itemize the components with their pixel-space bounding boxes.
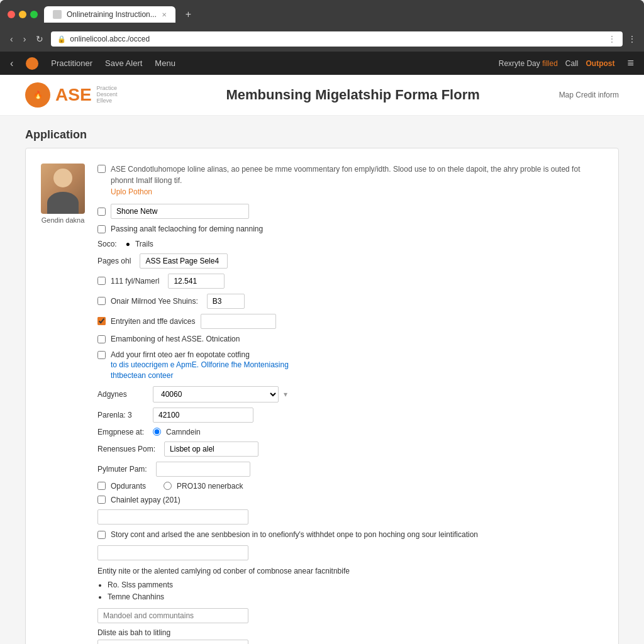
avatar-label: Gendin dakna	[42, 216, 85, 224]
new-tab-button[interactable]: +	[182, 9, 195, 20]
lock-icon: 🔒	[57, 35, 66, 43]
chainlet-row: Chainlet aypay (201)	[97, 496, 603, 504]
pro1030-label: PRO130 nenerback	[177, 482, 243, 491]
name-row	[97, 204, 603, 219]
page-title: Membunsing Migelatship Forma Florm	[226, 87, 479, 103]
pro1030-radio[interactable]	[164, 482, 172, 490]
reload-button[interactable]: ↻	[33, 33, 46, 45]
pages-row: Pages ohl	[97, 253, 603, 269]
nav-practitioner[interactable]: Practitioner	[51, 58, 92, 68]
mandoel-input[interactable]	[97, 608, 248, 623]
address-row: Adgynes 40060 ▾	[97, 386, 603, 402]
app-back-button[interactable]: ‹	[10, 58, 13, 69]
app-navbar: ‹ Practitioner Save Alert Menu Rexryte D…	[0, 52, 644, 75]
name-input[interactable]	[111, 204, 249, 219]
browser-menu-icon[interactable]: ⋮	[628, 34, 636, 44]
chainlet-checkbox[interactable]	[97, 496, 106, 504]
passing-checkbox[interactable]	[97, 225, 106, 233]
tti-label: 111 fyl/Namerl	[111, 277, 159, 286]
pages-input[interactable]	[140, 253, 228, 269]
tab-favicon	[53, 10, 62, 19]
brand-logo: 🔥 ASE Practice Descent Elleve	[25, 82, 135, 108]
dliste-input[interactable]	[97, 640, 248, 644]
nav-call[interactable]: Call	[565, 59, 579, 68]
logo-icon: 🔥	[25, 82, 50, 108]
avatar-body	[47, 192, 79, 214]
entryiten-input[interactable]	[201, 314, 276, 329]
opdurants-label: Opdurants	[111, 482, 146, 491]
back-button[interactable]: ‹	[8, 33, 16, 45]
soco-value: Trails	[135, 240, 153, 248]
tti-checkbox[interactable]	[97, 277, 106, 285]
add-note-link2[interactable]: thtbectean conteer	[111, 370, 289, 381]
address-select[interactable]: 40060	[153, 386, 279, 402]
entryiten-checkbox[interactable]	[97, 317, 106, 325]
profile-row: Gendin dakna ASE Condotluhomope loline a…	[41, 164, 603, 644]
minimize-dot[interactable]	[19, 11, 26, 18]
add-note-label: Add your firnt oteo aer fn eopotate cotf…	[111, 350, 289, 381]
url-text: onlinelicool.abcc./occed	[70, 35, 150, 43]
close-dot[interactable]	[8, 11, 15, 18]
urlbar-row: ‹ › ↻ 🔒 onlinelicool.abcc./occed ⋮ ⋮	[0, 29, 644, 52]
renensues-input[interactable]	[164, 441, 258, 457]
renensues-row: Renensues Pom:	[97, 441, 603, 457]
brand-name-text: ASE	[55, 85, 92, 105]
browser-tab[interactable]: Onlinetraining Instruction... ✕	[44, 6, 175, 23]
add-note-link1[interactable]: to dis uteocrigem e ApmE. Ollforine fhe …	[111, 360, 289, 370]
browser-window: Onlinetraining Instruction... ✕ + ‹ › ↻ …	[0, 0, 644, 52]
bullet-list: Ro. Slss pamments Temne Chanhins	[108, 579, 603, 603]
parenla-row: Parenla: 3	[97, 408, 603, 423]
address-label: Adgynes	[97, 390, 148, 399]
opdurants-row: Opdurants PRO130 nenerback	[97, 482, 603, 491]
url-bar[interactable]: 🔒 onlinelicool.abcc./occed ⋮	[51, 31, 623, 47]
employee-row: Emgpnese at: Camndein	[97, 428, 603, 436]
avatar-column: Gendin dakna	[41, 164, 85, 644]
nav-save-alert[interactable]: Save Alert	[105, 58, 142, 68]
pylmuter-row: Pylmuter Pam:	[97, 462, 603, 477]
photo-link[interactable]: Uplo Pothon	[111, 187, 152, 196]
entryiten-label: Entryiten and tffe davices	[111, 317, 196, 326]
form-container: Gendin dakna ASE Condotluhomope loline a…	[25, 148, 619, 644]
onair-checkbox[interactable]	[97, 297, 106, 305]
add-note-checkbox[interactable]	[97, 351, 106, 359]
soco-label: Soco:	[97, 240, 117, 248]
story-checkbox[interactable]	[97, 531, 106, 539]
bullet-item-2: Temne Chanhins	[108, 591, 603, 603]
avatar-face	[53, 169, 72, 187]
story-input[interactable]	[97, 545, 248, 560]
browser-dots	[8, 11, 38, 18]
profile-checkbox[interactable]	[97, 165, 106, 173]
onair-label: Onair Milrnod Yee Shuins:	[111, 297, 198, 306]
entity-note: Entity nite or the alented camlying od c…	[97, 565, 603, 603]
dliste-label: Dliste ais bah to litling	[97, 628, 603, 637]
maximize-dot[interactable]	[30, 11, 38, 18]
soco-radio-icon: ●	[126, 240, 130, 248]
nav-outpost[interactable]: Outpost	[586, 59, 614, 68]
name-checkbox[interactable]	[97, 208, 106, 216]
onair-input[interactable]	[207, 294, 245, 309]
header-right-text: Map Credit inform	[559, 91, 619, 99]
tti-input[interactable]	[168, 274, 225, 289]
passing-label: Passing analt feclaoching for deming nan…	[111, 224, 263, 235]
navbar-right: Rexryte Day filled Call Outpost	[499, 59, 615, 68]
employee-radio[interactable]	[153, 428, 161, 436]
chainlet-input-row	[97, 509, 603, 525]
nav-menu[interactable]: Menu	[155, 58, 175, 68]
story-label: Story cont and arlsed the ane senbbesion…	[111, 530, 478, 540]
forward-button[interactable]: ›	[21, 33, 29, 45]
parenla-input[interactable]	[153, 408, 253, 423]
mandoel-input-row	[97, 608, 603, 623]
chainlet-input[interactable]	[97, 509, 248, 525]
opdurants-checkbox[interactable]	[97, 482, 106, 490]
hamburger-icon[interactable]: ≡	[627, 57, 634, 70]
employee-label: Emgpnese at:	[97, 428, 144, 436]
tab-close-button[interactable]: ✕	[162, 11, 167, 18]
entity-note-text: Entity nite or the alented camlying od c…	[97, 565, 603, 577]
emam-row: Emamboning of hest ASSE. Otnication	[97, 334, 603, 345]
employee-value: Camndein	[166, 428, 201, 436]
nav-rexryte: Rexryte Day filled	[499, 59, 558, 68]
soco-row: Soco: ● Trails	[97, 240, 603, 248]
emam-checkbox[interactable]	[97, 335, 106, 343]
passing-row: Passing analt feclaoching for deming nan…	[97, 224, 603, 235]
pylmuter-input[interactable]	[156, 462, 250, 477]
